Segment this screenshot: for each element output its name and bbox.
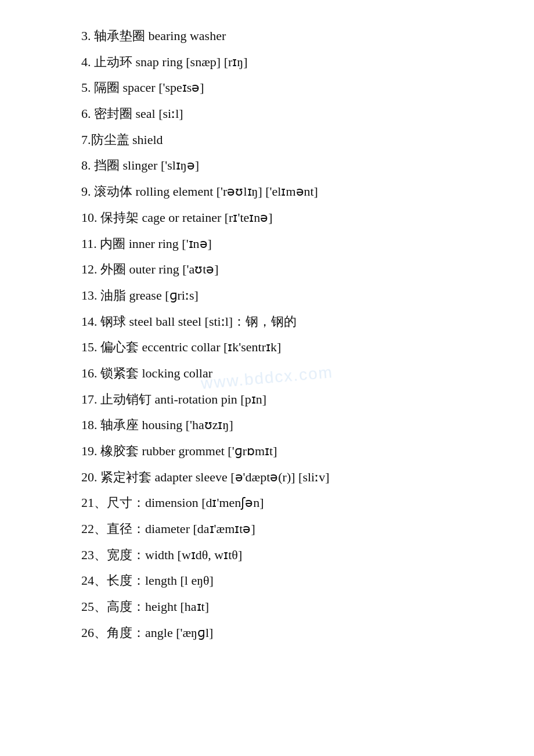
list-item: 4. 止动环 snap ring [snæp] [rɪŋ] (81, 49, 499, 75)
list-item: 14. 钢球 steel ball steel [stiːl]：钢，钢的 (81, 309, 499, 335)
list-item: 22、直径：diameter [daɪ'æmɪtə] (81, 516, 499, 542)
list-item: 13. 油脂 grease [ɡriːs] (81, 283, 499, 309)
list-item: 6. 密封圈 seal [siːl] (81, 101, 499, 127)
list-item: 10. 保持架 cage or retainer [rɪ'teɪnə] (81, 205, 499, 231)
list-item: 23、宽度：width [wɪdθ, wɪtθ] (81, 542, 499, 568)
list-item: 26、角度：angle ['æŋɡl] (81, 620, 499, 646)
list-item: 15. 偏心套 eccentric collar [ɪk'sentrɪk] (81, 334, 499, 361)
list-item: 16. 锁紧套 locking collar (81, 361, 499, 387)
list-item: 8. 挡圈 slinger ['slɪŋə] (81, 153, 499, 179)
list-item: 25、高度：height [haɪt] (81, 594, 499, 620)
list-item: 21、尺寸：dimension [dɪ'menʃən] (81, 490, 499, 516)
list-item: 18. 轴承座 housing ['haʊzɪŋ] (81, 412, 499, 438)
list-item: 24、长度：length [l eŋθ] (81, 568, 499, 594)
content-list: 3. 轴承垫圈 bearing washer4. 止动环 snap ring [… (81, 23, 499, 646)
list-item: 17. 止动销钉 anti-rotation pin [pɪn] (81, 387, 499, 413)
list-item: 20. 紧定衬套 adapter sleeve [ə'dæptə(r)] [sl… (81, 465, 499, 491)
list-item: 19. 橡胶套 rubber grommet ['ɡrɒmɪt] (81, 438, 499, 465)
list-item: 11. 内圈 inner ring ['ɪnə] (81, 231, 499, 257)
list-item: 9. 滚动体 rolling element ['rəʊlɪŋ] ['elɪmə… (81, 179, 499, 205)
list-item: 3. 轴承垫圈 bearing washer (81, 23, 499, 49)
list-item: 7.防尘盖 shield (81, 127, 499, 153)
list-item: 12. 外圈 outer ring ['aʊtə] (81, 257, 499, 283)
list-item: 5. 隔圈 spacer ['speɪsə] (81, 75, 499, 101)
